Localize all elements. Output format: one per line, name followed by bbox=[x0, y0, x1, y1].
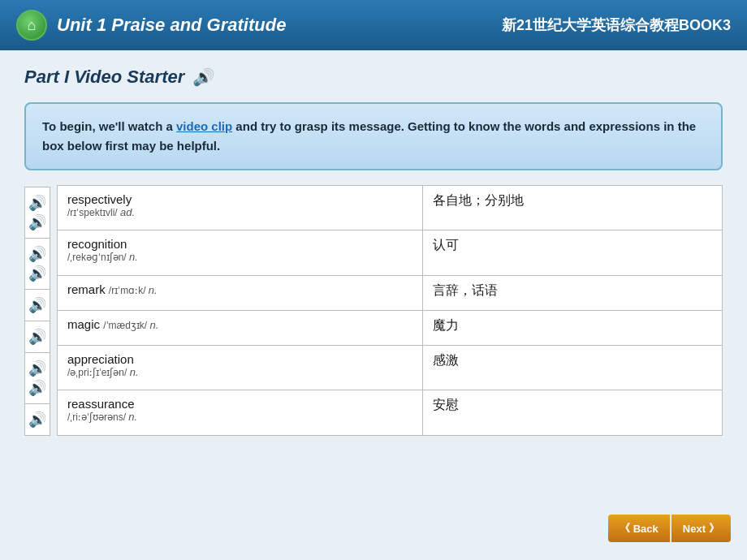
speaker-icon-6[interactable]: 🔊 bbox=[28, 412, 46, 427]
part-title-text: Part I Video Starter bbox=[24, 67, 184, 88]
vocab-table: respectively /rɪˈspektɪvli/ ad. 各自地；分别地 … bbox=[57, 185, 723, 436]
header-title: Unit 1 Praise and Gratitude bbox=[57, 15, 286, 36]
word-5: appreciation bbox=[67, 352, 412, 366]
speaker-icon-1a[interactable]: 🔊 bbox=[28, 196, 46, 210]
next-button[interactable]: Next 》 bbox=[671, 515, 731, 542]
phonetic-1: /rɪˈspektɪvli/ ad. bbox=[67, 206, 412, 218]
word-2: recognition bbox=[67, 237, 412, 251]
info-text-before: To begin, we bbox=[42, 119, 115, 133]
phonetic-2: /ˌrekəɡˈnɪʃən/ n. bbox=[67, 251, 412, 263]
main-content: Part I Video Starter 🔊 To begin, we'll w… bbox=[0, 50, 747, 560]
word-3: remark bbox=[67, 282, 109, 296]
next-arrow-icon: 》 bbox=[709, 521, 719, 536]
vocab-section: 🔊 🔊 🔊 🔊 🔊 🔊 🔊 🔊 🔊 bbox=[24, 185, 723, 436]
speaker-icon-4[interactable]: 🔊 bbox=[28, 330, 46, 344]
info-box: To begin, we'll watch a video clip and t… bbox=[24, 102, 723, 170]
speaker-icon-3[interactable]: 🔊 bbox=[28, 298, 46, 312]
speaker-row-3: 🔊 bbox=[24, 289, 50, 321]
meaning-cell-3: 言辞，话语 bbox=[423, 275, 723, 310]
word-1: respectively bbox=[67, 192, 412, 206]
speaker-icon-5a[interactable]: 🔊 bbox=[28, 361, 46, 376]
word-4: magic bbox=[67, 317, 103, 331]
part-title: Part I Video Starter 🔊 bbox=[24, 67, 723, 88]
word-6: reassurance bbox=[67, 397, 412, 411]
word-cell-5: appreciation /əˌpriːʃɪˈeɪʃən/ n. bbox=[58, 346, 423, 390]
meaning-cell-5: 感激 bbox=[423, 346, 723, 390]
speaker-row-6: 🔊 bbox=[24, 403, 50, 436]
phonetic-6: /ˌriːəˈʃʊərəns/ n. bbox=[67, 411, 412, 423]
speaker-icon-2b[interactable]: 🔊 bbox=[28, 266, 46, 281]
table-row: reassurance /ˌriːəˈʃʊərəns/ n. 安慰 bbox=[58, 390, 723, 436]
header: ⌂ Unit 1 Praise and Gratitude 新21世纪大学英语综… bbox=[0, 0, 747, 50]
table-row: appreciation /əˌpriːʃɪˈeɪʃən/ n. 感激 bbox=[58, 346, 723, 390]
table-row: remark /rɪˈmɑːk/ n. 言辞，话语 bbox=[58, 275, 723, 310]
word-cell-1: respectively /rɪˈspektɪvli/ ad. bbox=[58, 186, 423, 230]
table-row: respectively /rɪˈspektɪvli/ ad. 各自地；分别地 bbox=[58, 186, 723, 230]
phonetic-3: /rɪˈmɑːk/ n. bbox=[109, 285, 158, 296]
word-cell-4: magic /ˈmædʒɪk/ n. bbox=[58, 310, 423, 345]
table-row: recognition /ˌrekəɡˈnɪʃən/ n. 认可 bbox=[58, 230, 723, 275]
speaker-row-2: 🔊 🔊 bbox=[24, 238, 50, 289]
word-cell-3: remark /rɪˈmɑːk/ n. bbox=[58, 275, 423, 310]
header-left: ⌂ Unit 1 Praise and Gratitude bbox=[16, 10, 286, 41]
table-row: magic /ˈmædʒɪk/ n. 魔力 bbox=[58, 310, 723, 345]
speaker-icon-1b[interactable]: 🔊 bbox=[28, 215, 46, 230]
speaker-row-4: 🔊 bbox=[24, 321, 50, 352]
speaker-icon-2a[interactable]: 🔊 bbox=[28, 247, 46, 261]
meaning-cell-4: 魔力 bbox=[423, 310, 723, 345]
meaning-cell-6: 安慰 bbox=[423, 390, 723, 436]
info-text-middle: ll watch a bbox=[118, 119, 176, 133]
phonetic-4: /ˈmædʒɪk/ n. bbox=[103, 320, 158, 331]
part-speaker-icon[interactable]: 🔊 bbox=[192, 67, 213, 87]
back-button[interactable]: 《 Back bbox=[608, 515, 670, 542]
header-subtitle: 新21世纪大学英语综合教程BOOK3 bbox=[502, 15, 731, 35]
speaker-row-5: 🔊 🔊 bbox=[24, 352, 50, 403]
home-button[interactable]: ⌂ bbox=[16, 10, 47, 41]
next-label: Next bbox=[683, 523, 706, 535]
home-icon: ⌂ bbox=[28, 17, 37, 34]
speaker-row-1: 🔊 🔊 bbox=[24, 187, 50, 238]
meaning-cell-2: 认可 bbox=[423, 230, 723, 275]
meaning-cell-1: 各自地；分别地 bbox=[423, 186, 723, 230]
speaker-icon-5b[interactable]: 🔊 bbox=[28, 381, 46, 395]
nav-buttons: 《 Back Next 》 bbox=[608, 515, 731, 542]
word-cell-2: recognition /ˌrekəɡˈnɪʃən/ n. bbox=[58, 230, 423, 275]
video-clip-link[interactable]: video clip bbox=[176, 119, 232, 133]
word-cell-6: reassurance /ˌriːəˈʃʊərəns/ n. bbox=[58, 390, 423, 436]
speaker-column: 🔊 🔊 🔊 🔊 🔊 🔊 🔊 🔊 🔊 bbox=[24, 185, 50, 436]
phonetic-5: /əˌpriːʃɪˈeɪʃən/ n. bbox=[67, 366, 412, 378]
back-label: Back bbox=[633, 523, 658, 535]
back-arrow-icon: 《 bbox=[620, 521, 630, 536]
